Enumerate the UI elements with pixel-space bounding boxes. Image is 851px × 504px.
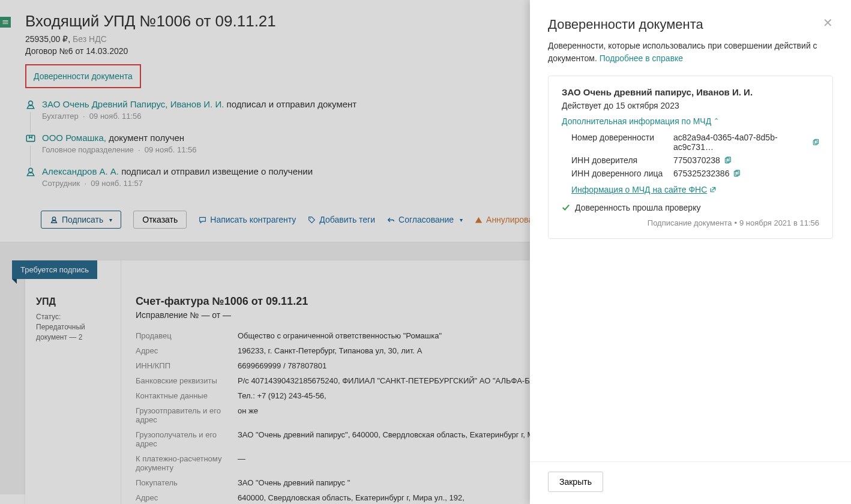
attorney-field-value: ac82a9a4-0365-4a07-8d5b-ac9c731…	[673, 133, 819, 152]
copy-icon[interactable]	[724, 157, 732, 164]
attorney-field-label: ИНН доверителя	[571, 155, 673, 165]
attorney-field-row: Номер доверенностиac82a9a4-0365-4a07-8d5…	[571, 131, 819, 154]
attorney-card: ЗАО Очень древний папирус, Иванов И. И. …	[548, 76, 833, 239]
copy-icon[interactable]	[733, 170, 741, 178]
attorney-field-row: ИНН доверителя7750370238	[571, 154, 819, 167]
attorney-validity: Действует до 15 октября 2023	[562, 101, 819, 110]
help-link[interactable]: Подробнее в справке	[600, 53, 683, 63]
attorney-field-label: Номер доверенности	[571, 133, 673, 152]
attorney-expand-toggle[interactable]: Дополнительная информация по МЧД	[562, 116, 719, 126]
check-icon	[562, 203, 570, 212]
close-icon[interactable]: ✕	[823, 17, 833, 29]
attorney-footer: Подписание документа•9 ноября 2021 в 11:…	[562, 218, 819, 227]
attorney-field-label: ИНН доверенного лица	[571, 169, 673, 178]
panel-description: Доверенности, которые использовались при…	[530, 40, 851, 76]
copy-icon[interactable]	[812, 139, 819, 146]
attorney-verified: Доверенность прошла проверку	[562, 203, 819, 212]
attorney-field-value: 675325232386	[673, 169, 819, 178]
external-link-icon	[709, 186, 717, 193]
close-button[interactable]: Закрыть	[548, 472, 603, 492]
attorney-panel: Доверенности документа ✕ Доверенности, к…	[530, 0, 851, 504]
fns-link[interactable]: Информация о МЧД на сайте ФНС	[571, 185, 717, 194]
attorney-org: ЗАО Очень древний папирус, Иванов И. И.	[562, 87, 819, 97]
attorney-field-value: 7750370238	[673, 155, 819, 165]
attorney-field-row: ИНН доверенного лица675325232386	[571, 167, 819, 180]
panel-title: Доверенности документа	[548, 17, 703, 32]
